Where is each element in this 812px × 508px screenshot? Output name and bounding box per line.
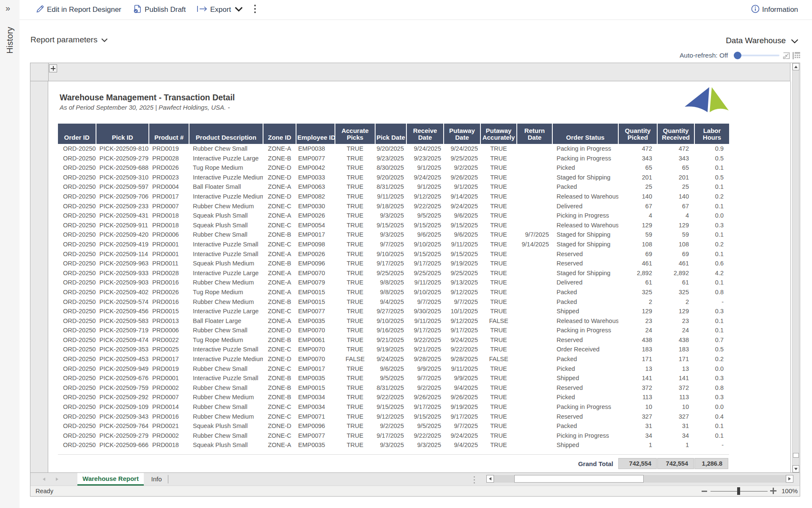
table-cell[interactable]: EMP0033 — [296, 173, 335, 182]
table-cell[interactable]: ORD-20250 — [58, 249, 96, 259]
table-cell[interactable]: PRD0004 — [149, 182, 189, 192]
table-cell[interactable]: Shipped — [552, 306, 618, 316]
table-cell[interactable]: Tug Rope Medium — [189, 335, 263, 345]
table-cell[interactable]: PICK-202509-574 — [96, 297, 149, 307]
table-cell[interactable]: EMP0017 — [296, 364, 335, 374]
table-cell[interactable]: 0.1 — [694, 202, 729, 211]
table-cell[interactable]: 34 — [657, 431, 694, 441]
table-cell[interactable]: Rubber Chew Medium — [189, 278, 263, 287]
table-cell[interactable]: 372 — [618, 383, 657, 393]
table-cell[interactable]: Staged for Shipping — [552, 240, 618, 249]
table-cell[interactable]: 201 — [618, 173, 657, 182]
table-cell[interactable]: 23 — [618, 316, 657, 326]
table-cell[interactable]: 9/26/2025 — [406, 392, 444, 402]
table-cell[interactable]: ZONE-A — [263, 316, 296, 326]
table-cell[interactable]: 9/21/2025 — [375, 335, 406, 345]
table-cell[interactable]: PRD0007 — [149, 392, 189, 402]
table-cell[interactable]: 59 — [657, 230, 694, 240]
table-cell[interactable]: PICK-202509-292 — [96, 392, 149, 402]
table-cell[interactable] — [517, 364, 552, 374]
table-cell[interactable]: 9/14/2025 — [444, 192, 480, 202]
table-cell[interactable]: 9/15/2025 — [406, 412, 444, 422]
table-cell[interactable]: EMP0070 — [296, 354, 335, 364]
table-cell[interactable]: 9/11/2025 — [406, 316, 444, 326]
table-cell[interactable]: TRUE — [335, 182, 375, 192]
table-cell[interactable]: PRD0021 — [149, 421, 189, 431]
table-cell[interactable]: ZONE-A — [263, 440, 296, 450]
table-cell[interactable]: Reserved — [552, 335, 618, 345]
table-cell[interactable]: 438 — [657, 335, 694, 345]
table-cell[interactable]: 9/25/2025 — [444, 154, 480, 163]
table-cell[interactable]: 9/2/2025 — [444, 163, 480, 173]
table-cell[interactable]: 343 — [657, 154, 694, 163]
table-cell[interactable] — [517, 402, 552, 412]
table-cell[interactable]: TRUE — [335, 154, 375, 163]
table-cell[interactable] — [517, 297, 552, 307]
table-cell[interactable]: PRD0015 — [149, 306, 189, 316]
table-cell[interactable]: 9/10/2025 — [375, 316, 406, 326]
table-cell[interactable]: PRD0002 — [149, 383, 189, 393]
table-cell[interactable]: TRUE — [335, 202, 375, 211]
table-cell[interactable]: 0.3 — [694, 392, 729, 402]
table-cell[interactable]: 9/28/2025 — [406, 354, 444, 364]
table-cell[interactable]: Ball Floater Small — [189, 182, 263, 192]
table-cell[interactable]: EMP0035 — [296, 316, 335, 326]
table-cell[interactable]: TRUE — [480, 221, 517, 230]
table-cell[interactable]: 9/22/2025 — [406, 202, 444, 211]
zoom-slider-thumb[interactable] — [737, 487, 740, 495]
table-cell[interactable]: PRD0017 — [149, 192, 189, 202]
horizontal-scrollbar-thumb[interactable] — [514, 475, 644, 483]
table-cell[interactable]: TRUE — [335, 402, 375, 412]
table-cell[interactable] — [517, 202, 552, 211]
table-cell[interactable]: TRUE — [480, 268, 517, 278]
table-cell[interactable]: 0.0 — [694, 364, 729, 374]
table-cell[interactable]: 9/3/2025 — [406, 440, 444, 450]
table-cell[interactable] — [517, 154, 552, 163]
table-cell[interactable]: ORD-20250 — [58, 383, 96, 393]
table-cell[interactable]: 2 — [657, 297, 694, 307]
table-cell[interactable]: PRD0001 — [149, 373, 189, 383]
table-cell[interactable]: Reserved — [552, 259, 618, 268]
table-cell[interactable]: 9/26/2025 — [444, 173, 480, 182]
table-cell[interactable]: 129 — [657, 306, 694, 316]
table-cell[interactable]: PICK-202509-676 — [96, 373, 149, 383]
table-cell[interactable]: EMP0017 — [296, 230, 335, 240]
table-cell[interactable]: TRUE — [335, 431, 375, 441]
table-cell[interactable]: ZONE-D — [263, 192, 296, 202]
table-cell[interactable]: 9/28/2025 — [444, 354, 480, 364]
table-cell[interactable]: 9/24/2025 — [444, 335, 480, 345]
table-cell[interactable]: 9/16/2025 — [375, 326, 406, 335]
table-cell[interactable] — [517, 335, 552, 345]
table-cell[interactable]: 9/3/2025 — [375, 230, 406, 240]
table-cell[interactable]: 13 — [657, 364, 694, 374]
table-cell[interactable]: Tug Rope Medium — [189, 163, 263, 173]
table-cell[interactable]: 0.5 — [694, 173, 729, 182]
table-cell[interactable]: ZONE-C — [263, 345, 296, 354]
table-cell[interactable]: EMP0038 — [296, 144, 335, 154]
table-cell[interactable]: 129 — [618, 221, 657, 230]
table-cell[interactable]: PRD0011 — [149, 259, 189, 268]
table-cell[interactable]: EMP0034 — [296, 402, 335, 412]
table-cell[interactable]: 9/4/2025 — [444, 440, 480, 450]
table-cell[interactable]: TRUE — [335, 221, 375, 230]
table-cell[interactable]: ORD-20250 — [58, 431, 96, 441]
table-cell[interactable]: TRUE — [480, 154, 517, 163]
table-cell[interactable]: ZONE-C — [263, 402, 296, 412]
table-cell[interactable]: 9/21/2025 — [406, 345, 444, 354]
table-cell[interactable]: 9/11/2025 — [406, 278, 444, 287]
data-source-dropdown[interactable]: Data Warehouse — [726, 35, 798, 46]
table-cell[interactable]: Packed — [552, 287, 618, 297]
table-cell[interactable]: Rubber Chew Small — [189, 383, 263, 393]
table-cell[interactable]: 4.2 — [694, 268, 729, 278]
table-cell[interactable]: 9/20/2025 — [375, 173, 406, 182]
table-cell[interactable]: 25 — [618, 182, 657, 192]
table-cell[interactable]: Interactive Puzzle Large — [189, 154, 263, 163]
table-cell[interactable]: TRUE — [480, 211, 517, 221]
table-cell[interactable]: ZONE-B — [263, 230, 296, 240]
table-cell[interactable]: 9/17/2025 — [375, 431, 406, 441]
table-cell[interactable]: TRUE — [480, 182, 517, 192]
table-cell[interactable] — [517, 392, 552, 402]
table-cell[interactable]: PRD0023 — [149, 173, 189, 182]
table-cell[interactable] — [517, 345, 552, 354]
table-cell[interactable]: ORD-20250 — [58, 373, 96, 383]
